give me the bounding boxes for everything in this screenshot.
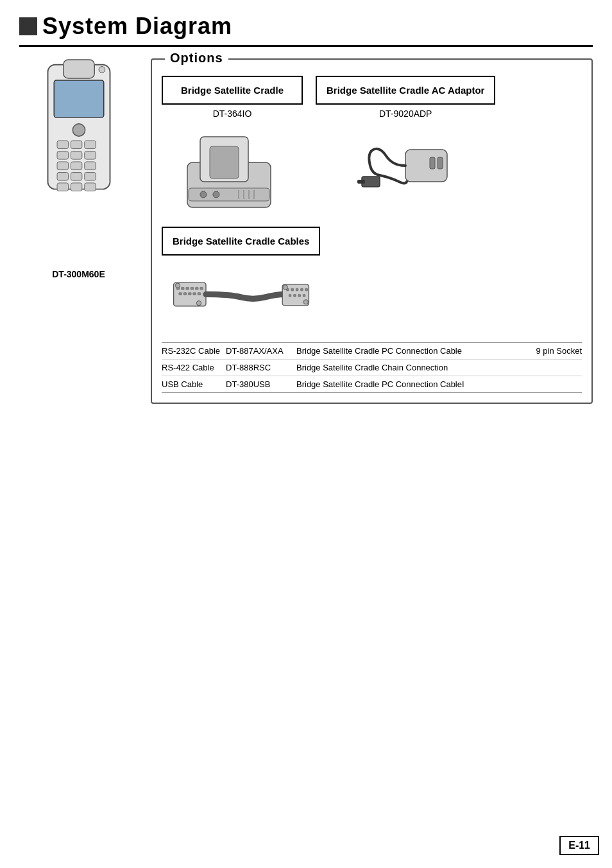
- svg-point-59: [283, 285, 287, 290]
- svg-rect-52: [296, 288, 298, 291]
- svg-rect-37: [181, 287, 184, 290]
- options-top-row: Bridge Satellite Cradle DT-364IO: [162, 76, 582, 214]
- device-illustration: [34, 58, 124, 264]
- device-model-label: DT-300M60E: [52, 269, 105, 279]
- svg-rect-7: [57, 151, 68, 159]
- svg-rect-4: [57, 141, 68, 149]
- cradle-illustration: [181, 124, 284, 214]
- cables-section: Bridge Satellite Cradle Cables: [162, 227, 582, 393]
- svg-rect-32: [438, 157, 443, 169]
- svg-rect-53: [300, 288, 303, 291]
- cable-type-1: RS-232C Cable: [162, 346, 226, 356]
- svg-rect-55: [289, 294, 291, 297]
- svg-rect-16: [57, 183, 68, 191]
- cable-type-3: USB Cable: [162, 379, 226, 389]
- svg-rect-9: [84, 151, 95, 159]
- cable-table: RS-232C Cable DT-887AX/AXA Bridge Satell…: [162, 342, 582, 393]
- svg-rect-46: [198, 293, 201, 295]
- svg-rect-12: [84, 162, 95, 170]
- cradle-model: DT-364IO: [213, 108, 252, 119]
- svg-point-48: [196, 301, 201, 306]
- ac-adaptor-box: Bridge Satellite Cradle AC Adaptor: [316, 76, 495, 105]
- svg-rect-43: [183, 293, 187, 295]
- cable-model-1: DT-887AX/AXA: [226, 346, 296, 356]
- svg-rect-17: [71, 183, 81, 191]
- svg-rect-57: [298, 294, 301, 297]
- svg-rect-39: [191, 287, 194, 290]
- title-square-icon: [19, 17, 37, 35]
- svg-rect-13: [57, 172, 68, 180]
- svg-rect-54: [305, 288, 308, 291]
- svg-rect-31: [430, 157, 435, 169]
- svg-rect-38: [186, 287, 189, 290]
- svg-rect-2: [54, 80, 104, 117]
- table-row: USB Cable DT-380USB Bridge Satellite Cra…: [162, 376, 582, 393]
- main-layout: DT-300M60E Options Bridge Satellite Crad…: [19, 58, 593, 404]
- page-number: E-11: [559, 836, 599, 855]
- options-label: Options: [165, 51, 228, 65]
- svg-rect-6: [84, 141, 95, 149]
- svg-rect-56: [293, 294, 296, 297]
- table-row: RS-422 Cable DT-888RSC Bridge Satellite …: [162, 360, 582, 376]
- svg-point-19: [99, 67, 105, 73]
- cable-type-2: RS-422 Cable: [162, 363, 226, 372]
- svg-rect-15: [84, 172, 95, 180]
- cable-desc-2: Bridge Satellite Cradle Chain Connection: [296, 363, 518, 372]
- svg-rect-41: [200, 287, 203, 290]
- svg-rect-34: [357, 180, 365, 184]
- cables-top: Bridge Satellite Cradle Cables: [162, 227, 582, 333]
- ac-adaptor-model: DT-9020ADP: [379, 108, 432, 119]
- cables-item: Bridge Satellite Cradle Cables: [162, 227, 320, 333]
- cable-note-1: 9 pin Socket: [518, 346, 582, 356]
- cable-desc-3: Bridge Satellite Cradle PC Connection Ca…: [296, 379, 518, 389]
- page-container: System Diagram: [0, 0, 612, 868]
- svg-rect-45: [193, 293, 196, 295]
- cradle-label: Bridge Satellite Cradle: [181, 85, 284, 96]
- cable-desc-1: Bridge Satellite Cradle PC Connection Ca…: [296, 346, 518, 356]
- svg-point-3: [72, 124, 85, 136]
- cradle-item: Bridge Satellite Cradle DT-364IO: [162, 76, 303, 214]
- svg-rect-18: [84, 183, 95, 191]
- svg-point-25: [213, 191, 219, 198]
- cables-box: Bridge Satellite Cradle Cables: [162, 227, 320, 256]
- svg-rect-14: [71, 172, 81, 180]
- cradle-box: Bridge Satellite Cradle: [162, 76, 303, 105]
- device-section: DT-300M60E: [19, 58, 138, 279]
- options-container: Options Bridge Satellite Cradle DT-364IO: [151, 58, 593, 404]
- svg-rect-5: [71, 141, 81, 149]
- svg-rect-51: [291, 288, 294, 291]
- cable-model-2: DT-888RSC: [226, 363, 296, 372]
- svg-rect-44: [188, 293, 191, 295]
- svg-rect-10: [57, 162, 68, 170]
- title-section: System Diagram: [19, 13, 593, 47]
- page-title: System Diagram: [42, 13, 232, 40]
- svg-point-47: [175, 283, 180, 288]
- ac-adaptor-illustration: [354, 124, 457, 207]
- ac-adaptor-label: Bridge Satellite Cradle AC Adaptor: [327, 85, 484, 96]
- svg-rect-42: [179, 293, 182, 295]
- table-row: RS-232C Cable DT-887AX/AXA Bridge Satell…: [162, 343, 582, 360]
- svg-rect-22: [210, 146, 239, 178]
- svg-rect-8: [71, 151, 81, 159]
- cable-illustration: [171, 262, 312, 333]
- svg-rect-1: [63, 60, 94, 78]
- svg-point-60: [303, 300, 308, 304]
- ac-adaptor-item: Bridge Satellite Cradle AC Adaptor DT-90…: [316, 76, 495, 214]
- svg-rect-40: [195, 287, 198, 290]
- cables-label: Bridge Satellite Cradle Cables: [173, 236, 309, 247]
- svg-rect-11: [71, 162, 81, 170]
- svg-point-24: [200, 191, 207, 198]
- svg-rect-58: [303, 294, 305, 297]
- cable-model-3: DT-380USB: [226, 379, 296, 389]
